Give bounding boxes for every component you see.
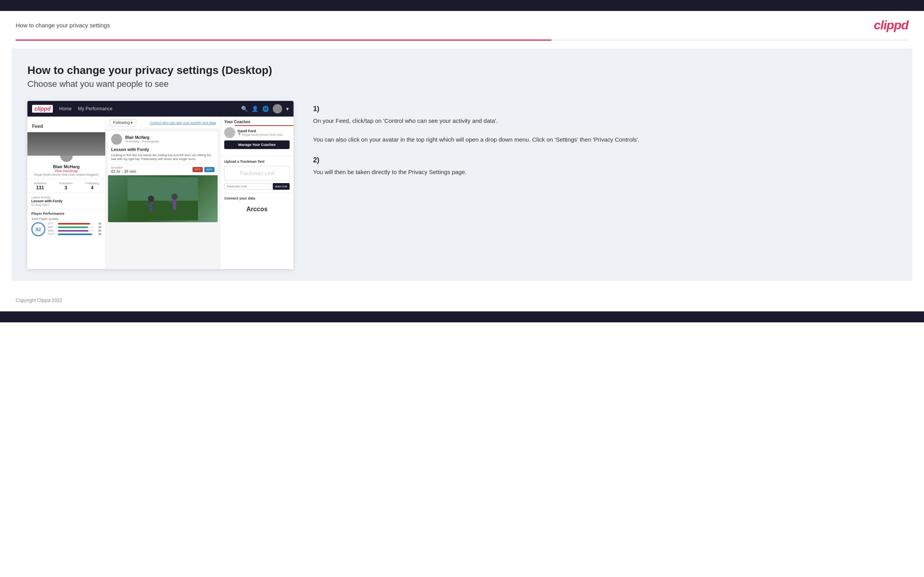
metric-label: OTT: [48, 222, 56, 225]
trackman-placeholder: Trackman Link: [229, 170, 285, 176]
svg-rect-6: [173, 200, 176, 210]
tag-app: APP: [204, 167, 214, 172]
activity-user-info: Blair McHarg Yesterday · Sunningdale: [125, 135, 159, 143]
metric-value: 86: [95, 229, 101, 232]
duration-tags: OTT APP: [193, 167, 214, 172]
activities-label: Activities: [34, 182, 47, 185]
player-performance: Player Performance Total Player Quality …: [27, 209, 105, 239]
profile-name: Blair McHarg: [27, 164, 105, 169]
feed-tab[interactable]: Feed: [27, 120, 105, 132]
activity-avatar: [111, 134, 122, 145]
metric-bar-container: [58, 230, 94, 232]
instructions-panel: 1) On your Feed, click/tap on 'Control w…: [305, 101, 897, 192]
metric-row: ARG 86: [48, 229, 101, 232]
clippd-logo: clippd: [874, 18, 908, 32]
instruction-step2: 2) You will then be taken directly to th…: [313, 156, 889, 177]
metric-value: 96: [95, 233, 101, 235]
coach-club: 📍 Royal North Devon Golf Club: [238, 133, 283, 137]
coaches-section: Your Coaches David Ford 📍 Royal North De…: [220, 117, 294, 156]
step1-number: 1): [313, 105, 889, 113]
coach-name: David Ford: [238, 129, 283, 133]
app-navbar: clippd Home My Performance 🔍 👤 🌐 ▾: [27, 101, 294, 117]
profile-banner: [27, 132, 105, 156]
add-link-button[interactable]: Add Link: [273, 183, 290, 190]
activity-duration: Duration 01 hr : 30 min OTT APP: [108, 164, 218, 175]
activity-location: Yesterday · Sunningdale: [125, 140, 159, 143]
metric-bar-container: [58, 234, 94, 235]
score-circle: 92: [31, 222, 45, 236]
feed-header: Following ▾ Control who can see your act…: [106, 117, 220, 129]
app-body: Feed Blair McHarg Plus Handicap Royal No…: [27, 117, 294, 269]
activity-image: [108, 175, 218, 222]
control-privacy-link[interactable]: Control who can see your activity and da…: [149, 121, 216, 125]
profile-club: Royal North Devon Golf Club, United King…: [27, 173, 105, 176]
svg-rect-3: [149, 202, 153, 212]
search-icon[interactable]: 🔍: [241, 106, 248, 112]
step1-text: On your Feed, click/tap on 'Control who …: [313, 116, 889, 144]
activity-card: Blair McHarg Yesterday · Sunningdale Les…: [108, 131, 218, 222]
trackman-input[interactable]: [224, 183, 271, 190]
coach-avatar: [224, 127, 235, 138]
main-content: How to change your privacy settings (Des…: [12, 49, 912, 281]
top-bar: [0, 0, 924, 11]
chevron-down-icon[interactable]: ▾: [286, 106, 289, 112]
profile-plus: Plus Handicap: [27, 169, 105, 173]
duration-info: Duration 01 hr : 30 min: [111, 166, 136, 174]
perf-title: Player Performance: [31, 212, 101, 216]
following-label: Following: [86, 182, 99, 185]
nav-home[interactable]: Home: [59, 106, 72, 111]
browser-title: How to change your privacy settings: [16, 22, 110, 29]
activity-user-name: Blair McHarg: [125, 135, 159, 140]
latest-name: Lesson with Fordy: [31, 199, 101, 203]
duration-label: Duration: [111, 166, 136, 169]
coach-item: David Ford 📍 Royal North Devon Golf Club: [224, 127, 290, 138]
step2-text: You will then be taken directly to the P…: [313, 167, 889, 177]
metrics: OTT 90 APP 85 ARG 86 PUTT 96: [48, 222, 101, 236]
metric-value: 90: [95, 222, 101, 225]
location-pin-icon: 📍: [238, 133, 241, 137]
app-right-panel: Your Coaches David Ford 📍 Royal North De…: [220, 117, 294, 269]
metric-row: OTT 90: [48, 222, 101, 225]
header: How to change your privacy settings clip…: [0, 11, 924, 40]
header-divider: [16, 40, 908, 41]
nav-my-performance[interactable]: My Performance: [78, 106, 112, 111]
stat-activities: Activities 131: [34, 182, 47, 191]
activity-photo: [128, 177, 198, 220]
app-nav-items: Home My Performance: [59, 106, 235, 111]
metric-row: PUTT 96: [48, 233, 101, 235]
latest-date: 03 Aug 2022: [31, 203, 101, 207]
location-icon[interactable]: 🌐: [262, 106, 269, 112]
app-screenshot: clippd Home My Performance 🔍 👤 🌐 ▾ Feed: [27, 101, 294, 269]
metric-bar-container: [58, 223, 94, 225]
metric-label: PUTT: [48, 233, 56, 235]
metric-label: APP: [48, 226, 56, 228]
metric-bar: [58, 223, 90, 225]
red-arrow: [235, 125, 294, 126]
app-logo: clippd: [32, 105, 53, 113]
coaches-title: Your Coaches: [224, 120, 290, 124]
latest-label: Latest Activity: [31, 196, 101, 199]
bottom-bar: [0, 311, 924, 322]
connect-section: Connect your data Arccos: [220, 193, 294, 219]
stat-following: Following 4: [86, 182, 99, 191]
metric-bar-container: [58, 226, 94, 228]
manage-coaches-button[interactable]: Manage Your Coaches: [224, 140, 290, 149]
svg-point-5: [171, 194, 178, 200]
app-nav-icons: 🔍 👤 🌐 ▾: [241, 104, 289, 113]
user-avatar[interactable]: [273, 104, 282, 113]
trackman-input-row: Add Link: [224, 183, 290, 190]
following-button[interactable]: Following ▾: [110, 119, 136, 126]
profile-stats: Activities 131 Followers 3 Following 4: [27, 179, 105, 193]
person-icon[interactable]: 👤: [252, 106, 258, 112]
footer-text: Copyright Clippd 2022: [16, 298, 62, 303]
metric-bar: [58, 230, 88, 232]
profile-avatar-wrap: [27, 156, 105, 163]
trackman-section: Upload a Trackman Test Trackman Link Add…: [220, 156, 294, 193]
page-heading: How to change your privacy settings (Des…: [27, 64, 897, 77]
trackman-title: Upload a Trackman Test: [224, 160, 290, 164]
activity-title: Lesson with Fordy: [108, 147, 218, 153]
instruction-step1: 1) On your Feed, click/tap on 'Control w…: [313, 105, 889, 144]
metric-label: ARG: [48, 229, 56, 232]
metric-value: 85: [95, 226, 101, 228]
activity-desc: Looking to feel like my hands are exitin…: [108, 153, 218, 164]
